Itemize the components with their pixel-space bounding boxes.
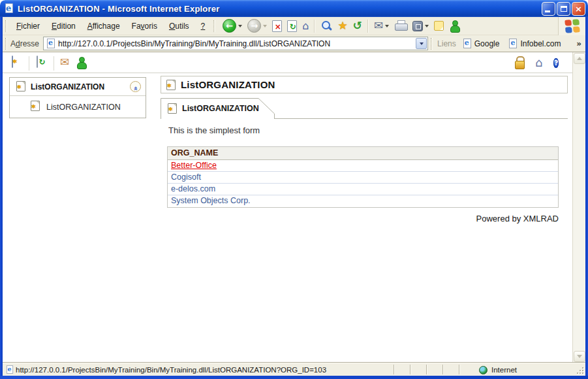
maximize-button[interactable] [557,2,570,16]
stop-button[interactable]: × [270,18,285,35]
org-link-cogisoft[interactable]: Cogisoft [171,173,201,182]
page-help-button[interactable]: ? [553,56,559,69]
collapse-button[interactable]: » [130,81,141,92]
page-content: ↻ ✉ ⌂ ? ListORGANIZATION » ListORGANIZAT… [3,52,572,363]
sidebar-item-listorganization[interactable]: ListORGANIZATION [10,96,146,118]
refresh-icon: ↻ [287,20,297,32]
toolbar-grip[interactable] [431,38,433,50]
status-url: http://127.0.0.1/ProjectsBin/MyTraining/… [16,366,326,374]
toolbar-overflow-chevron[interactable]: » [576,39,581,48]
chevron-down-icon [577,355,582,358]
sidebar-title: ListORGANIZATION [31,82,104,91]
search-button[interactable] [318,18,335,35]
xml-page-icon [12,56,13,68]
scroll-down-button[interactable] [574,351,585,362]
menu-fichier[interactable]: Fichier [10,22,46,31]
table-row: System Objects Corp. [168,195,558,207]
home-icon: ⌂ [535,56,542,69]
infobel-favicon: e [508,39,518,49]
fullscreen-icon [412,21,423,31]
table-row: Cogisoft [168,172,558,184]
status-url-pane: e http://127.0.0.1/ProjectsBin/MyTrainin… [4,364,389,376]
messenger-button[interactable] [446,18,463,35]
scroll-up-button[interactable] [574,53,585,64]
google-favicon: e [463,39,472,49]
toolbar-grip[interactable] [5,20,7,32]
page-favicon: e [6,365,14,374]
status-zone-label: Internet [491,366,517,374]
notes-icon [434,21,444,31]
refresh-button[interactable]: ↻ [285,18,300,35]
address-input[interactable]: e http://127.0.0.1/ProjectsBin/MyTrainin… [43,37,428,50]
xml-page-button[interactable] [12,56,13,68]
page-refresh-button[interactable]: ↻ [37,56,38,68]
menu-affichage[interactable]: Affichage [82,22,126,31]
fullscreen-button[interactable] [410,18,431,35]
page-favicon: e [46,39,55,49]
page-toolbar: ↻ ✉ ⌂ ? [3,55,572,72]
favorites-star-icon: ★ [337,20,347,32]
status-separator [459,365,460,374]
mail-icon: ✉ [60,56,69,69]
home-icon: ⌂ [302,20,309,33]
chevron-up-icon: » [131,86,140,91]
windows-flag-icon [565,19,580,33]
forward-button[interactable]: → [245,18,270,35]
menu-toolbar-row: Fichier Edition Affichage Favoris Outils… [3,17,585,35]
stop-icon: × [272,20,282,32]
toolbar-separator [314,20,315,33]
mail-icon: ✉ [374,20,383,32]
mail-button[interactable]: ✉ [371,18,392,35]
windows-logo [558,17,585,35]
favorites-button[interactable]: ★ [335,18,350,35]
messenger-icon [449,20,460,32]
back-dropdown-icon [238,25,242,27]
print-icon [394,20,407,31]
minimize-button[interactable] [542,2,555,16]
org-link-better-office[interactable]: Better-Office [171,161,217,170]
address-label: Adresse [10,39,39,48]
menu-edition[interactable]: Edition [46,22,82,31]
document-icon [166,80,176,90]
page-title: ListORGANIZATION [181,79,275,90]
menu-help[interactable]: ? [195,22,211,31]
window-title: ListORGANIZATION - Microsoft Internet Ex… [18,4,219,14]
org-link-system-objects[interactable]: System Objects Corp. [171,196,251,205]
help-icon: ? [553,58,559,68]
ie-logo-icon: e [5,3,15,14]
back-button[interactable]: ← [220,18,245,35]
home-button[interactable]: ⌂ [300,18,311,35]
page-home-button[interactable]: ⌂ [535,56,542,69]
back-icon: ← [223,19,236,33]
chevron-down-icon [420,42,424,45]
print-button[interactable] [392,18,410,35]
maximize-icon [561,6,567,12]
forward-dropdown-icon [263,25,267,27]
menu-favoris[interactable]: Favoris [126,22,163,31]
close-button[interactable]: × [572,2,585,16]
page-mail-button[interactable]: ✉ [60,56,69,69]
window-border [0,17,3,379]
org-link-e-delos[interactable]: e-delos.com [171,184,215,193]
page-toolbar-separator [54,56,54,71]
address-dropdown-button[interactable] [416,38,427,49]
table-row: e-delos.com [168,184,558,195]
sidebar-panel: ListORGANIZATION » ListORGANIZATION [9,77,146,118]
address-url: http://127.0.0.1/ProjectsBin/MyTraining/… [58,39,427,48]
history-button[interactable]: ↺ [350,18,365,35]
tab-listorganization[interactable]: ListORGANIZATION [161,98,275,119]
menu-outils[interactable]: Outils [163,22,195,31]
sidebar-header[interactable]: ListORGANIZATION » [10,78,146,96]
mail-dropdown-icon [385,25,389,27]
search-icon [320,20,332,32]
link-infobel[interactable]: eInfobel.com [506,39,561,49]
vertical-scrollbar[interactable] [572,52,585,363]
status-separator [410,365,411,374]
notes-button[interactable] [431,18,446,35]
toolbar-grip[interactable] [5,38,7,50]
link-google[interactable]: eGoogle [460,39,500,49]
resize-grip[interactable] [576,366,583,374]
status-separator [442,365,444,374]
toolbar-grip[interactable] [213,20,215,32]
fullscreen-dropdown-icon [425,25,429,27]
